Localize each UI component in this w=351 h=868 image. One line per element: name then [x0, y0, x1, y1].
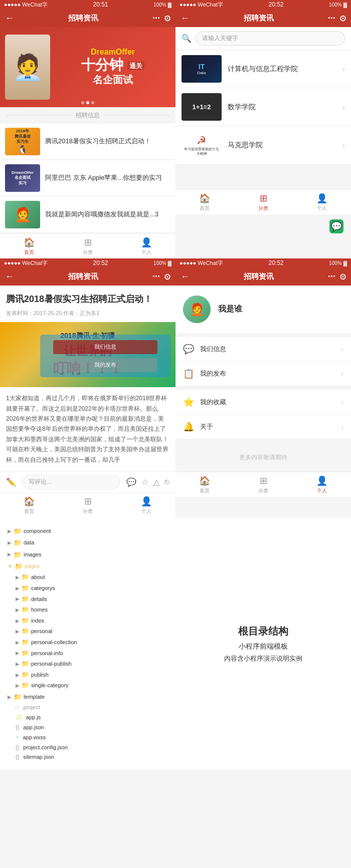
category-item-2[interactable]: 1+1=2 数学学院 › — [176, 88, 351, 126]
star-icon[interactable]: ☆ — [141, 477, 148, 487]
bottom-nav-personal[interactable]: 👤 个人 — [117, 237, 176, 255]
file-appjson[interactable]: {} app.json — [8, 723, 168, 733]
file-appwxss[interactable]: ~ app.wxss — [8, 733, 168, 743]
time-right-top: 20:52 — [268, 1, 283, 8]
news-thumb-2: DreamOffer名企面试实习 — [5, 164, 40, 192]
menu-my-publish[interactable]: 我的发布 — [53, 358, 157, 372]
bottom-nav-category-lb[interactable]: ⊞ 分类 — [59, 496, 117, 515]
bell-icon: 🔔 — [183, 421, 194, 432]
file-homes[interactable]: ▶ 📁 homes — [8, 605, 168, 616]
file-index[interactable]: ▶ 📁 index — [8, 616, 168, 627]
menu-arrow-about: › — [341, 423, 343, 431]
bottom-nav-personal-rb[interactable]: 👤 个人 — [292, 475, 351, 494]
file-single-category[interactable]: ▶ 📁 single-category — [8, 680, 168, 691]
avatar: 🧑‍🦰 — [183, 296, 211, 323]
personal-page: 🧑‍🦰 我是谁 💬 我们信息 › 📋 我的发布 › ⭐ — [176, 285, 351, 472]
file-personal-collection[interactable]: ▶ 📁 personal-collection — [8, 637, 168, 648]
cat-thumb-math: 1+1=2 — [182, 93, 222, 121]
bottom-nav-home-rb[interactable]: 🏠 首页 — [176, 475, 234, 494]
bottom-nav-category-r[interactable]: ⊞ 分类 — [234, 193, 293, 211]
signal-left: ●●●●● WeChat字 — [4, 1, 48, 9]
news-text-2: 阿里巴巴 京东 Apple苹果...你想要的实习 — [45, 173, 170, 182]
file-sitemap[interactable]: {} sitemap.json — [8, 752, 168, 762]
menu-item-collect[interactable]: ⭐ 我的收藏 › — [176, 390, 351, 415]
file-personal-publish[interactable]: ▶ 📁 personal-publish — [8, 659, 168, 670]
file-template[interactable]: ▶ 📁 template — [8, 691, 168, 703]
target-icon[interactable]: ⊙ — [164, 14, 170, 23]
file-tree: ▶ 📁 component ▶ 📁 data ▶ 📁 images ▼ 📁 pa… — [0, 518, 176, 770]
file-tree-info: 根目录结构 小程序前端模板 内容含小程序演示说明实例 — [176, 518, 351, 770]
news-item-2[interactable]: DreamOffer名企面试实习 阿里巴巴 京东 Apple苹果...你想要的实… — [0, 160, 176, 196]
bottom-nav-home-lb[interactable]: 🏠 首页 — [0, 496, 59, 515]
share-icon[interactable]: ⎋ — [164, 477, 169, 487]
category-item-1[interactable]: IT Data 计算机与信息工程学院 › — [176, 50, 351, 88]
file-personal[interactable]: ▶ 📁 personal — [8, 626, 168, 637]
file-personal-info[interactable]: ▶ 📁 personal-info — [8, 648, 168, 659]
news-item-1[interactable]: 2018年腾讯暑假实习生 🐧 腾讯2018暑假实习生招聘正式启动！ — [0, 124, 176, 160]
file-details[interactable]: ▶ 📁 details — [8, 594, 168, 605]
banner-figure: 🧑‍💼 — [5, 35, 50, 100]
news-title-2: 阿里巴巴 京东 Apple苹果...你想要的实习 — [45, 173, 170, 182]
cat-thumb-it: IT Data — [182, 55, 222, 83]
signal-right: ●●●●● WeChat字 — [180, 1, 223, 9]
menu-item-info[interactable]: 💬 我们信息 › — [176, 337, 351, 362]
home-icon-r: 🏠 — [199, 193, 210, 204]
chat-icon[interactable]: 💬 — [126, 477, 136, 487]
publish-icon: 📋 — [183, 368, 194, 379]
menu-item-publish[interactable]: 📋 我的发布 › — [176, 362, 351, 386]
news-item-3[interactable]: 🧑‍🦰 我就是新闻内容哦撒德发我就是就是...3 💬 — [0, 197, 176, 233]
file-projectconfig[interactable]: {} project.config.json — [8, 743, 168, 753]
bottom-nav-home-r[interactable]: 🏠 首页 — [176, 193, 234, 211]
home-icon-lb: 🏠 — [24, 496, 35, 507]
bottom-nav-category-rb[interactable]: ⊞ 分类 — [234, 475, 293, 494]
bottom-nav-left-top: 🏠 首页 ⊞ 分类 👤 个人 — [0, 233, 176, 258]
menu-label-about: 关于 — [200, 422, 335, 431]
search-icon: 🔍 — [182, 34, 192, 43]
more-icon-rb[interactable]: ··· — [328, 271, 335, 282]
json-icon: {} — [16, 723, 19, 733]
banner-dots — [81, 101, 94, 104]
menu-my-info[interactable]: 我们信息 — [53, 340, 157, 354]
menu-item-about[interactable]: 🔔 关于 › — [176, 415, 351, 439]
home-icon: 🏠 — [24, 237, 35, 248]
alert-icon[interactable]: △ — [153, 477, 159, 487]
file-appjs[interactable]: JS app.js — [8, 713, 168, 723]
more-icon-lb[interactable]: ··· — [152, 271, 160, 282]
target-icon-lb[interactable]: ⊙ — [164, 272, 170, 281]
signal-right-b: ●●●●● WeChat字 — [180, 259, 223, 267]
target-icon-right[interactable]: ⊙ — [339, 14, 346, 23]
file-data[interactable]: ▶ 📁 data — [8, 537, 168, 548]
cat-name-math: 数学学院 — [228, 103, 336, 112]
category-item-3[interactable]: ☭ 学习宣传贯彻党的十九大精神 马克思学院 › — [176, 126, 351, 164]
more-icon[interactable]: ··· — [152, 13, 160, 24]
cat-thumb-marx: ☭ 学习宣传贯彻党的十九大精神 — [182, 131, 222, 159]
collapse-icon: ▶ — [16, 671, 20, 680]
menu-arrow-publish: › — [341, 370, 343, 378]
search-input[interactable]: 请输入关键字 — [196, 31, 345, 46]
file-project-hidden[interactable]: □ .project — [8, 703, 168, 713]
bottom-nav-category[interactable]: ⊞ 分类 — [59, 237, 117, 255]
bottom-nav-personal-lb[interactable]: 👤 个人 — [117, 496, 176, 515]
tree-desc-detail: 内容含小程序演示说明实例 — [224, 654, 302, 663]
comment-input[interactable]: 写评论... — [22, 475, 120, 489]
menu-section-1: 💬 我们信息 › 📋 我的发布 › — [176, 337, 351, 386]
file-pages[interactable]: ▼ 📁 pages — [8, 560, 168, 572]
more-icon-right[interactable]: ··· — [328, 13, 335, 24]
news-title-3: 我就是新闻内容哦撒德发我就是就是...3 — [45, 210, 170, 219]
file-publish[interactable]: ▶ 📁 publish — [8, 670, 168, 681]
bottom-nav-personal-r[interactable]: 👤 个人 — [292, 193, 351, 211]
news-text-3: 我就是新闻内容哦撒德发我就是就是...3 💬 — [45, 210, 170, 219]
file-categorys[interactable]: ▶ 📁 categorys — [8, 583, 168, 594]
time-right-bottom: 20:52 — [268, 259, 283, 266]
target-icon-rb[interactable]: ⊙ — [339, 272, 346, 281]
file-about[interactable]: ▶ 📁 about — [8, 572, 168, 583]
person-icon-rb: 👤 — [316, 475, 327, 486]
battery-left-top: 100% ▓ — [153, 2, 171, 8]
collapse-icon: ▶ — [8, 693, 12, 702]
file-tree-section: ▶ 📁 component ▶ 📁 data ▶ 📁 images ▼ 📁 pa… — [0, 518, 351, 770]
article-page: 腾讯2018暑假实习生招聘正式启动！ 发表时间：2017-25-25 作者：正为… — [0, 285, 176, 471]
bottom-nav-home[interactable]: 🏠 首页 — [0, 237, 59, 255]
file-images[interactable]: ▶ 📁 images — [8, 549, 168, 560]
file-component[interactable]: ▶ 📁 component — [8, 525, 168, 537]
info-icon: 💬 — [183, 344, 194, 355]
